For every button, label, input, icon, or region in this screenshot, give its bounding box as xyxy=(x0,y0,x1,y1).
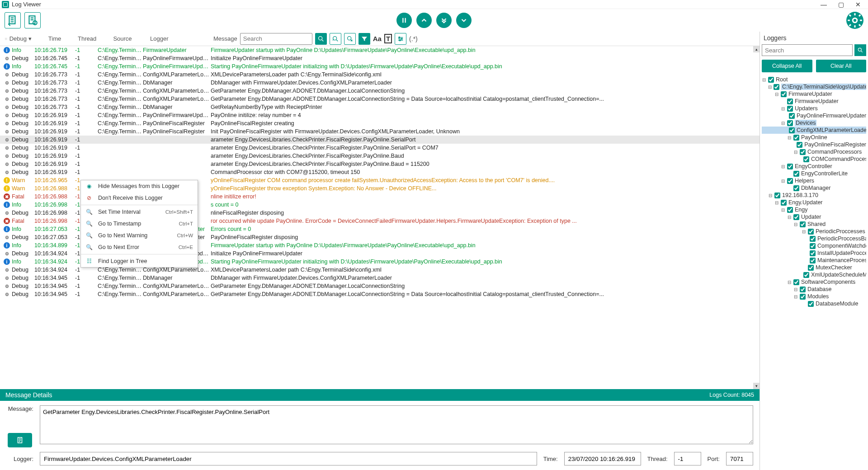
tree-checkbox[interactable] xyxy=(787,120,793,126)
log-grid[interactable]: ▴ ▾ iInfo10:16:26.719-1C:\Engy.TerminalS… xyxy=(0,46,760,389)
tree-checkbox[interactable] xyxy=(787,207,793,213)
tree-checkbox[interactable] xyxy=(793,135,799,141)
open-file-button[interactable] xyxy=(5,12,21,28)
tree-twisty[interactable]: ⊟ xyxy=(802,229,806,234)
tree-checkbox[interactable] xyxy=(768,77,774,83)
tree-twisty[interactable]: ⊟ xyxy=(768,85,772,89)
tree-checkbox[interactable] xyxy=(800,221,806,227)
tree-node[interactable]: DatabaseModule xyxy=(762,300,866,307)
col-source-header[interactable]: Source xyxy=(98,35,147,42)
filter-toggle-button[interactable] xyxy=(359,33,370,45)
settings-button[interactable] xyxy=(846,12,863,29)
tree-checkbox[interactable] xyxy=(800,294,806,300)
tree-checkbox[interactable] xyxy=(781,200,787,206)
log-row[interactable]: iInfo10:16:26.745-1C:\Engy.TerminalSiPay… xyxy=(0,62,760,70)
scroll-to-end-button[interactable] xyxy=(436,13,452,28)
col-time-header[interactable]: Time xyxy=(34,35,75,42)
tree-node[interactable]: ⊟Engy.Updater xyxy=(762,199,866,206)
tree-node[interactable]: ⊟FirmwareUpdater xyxy=(762,90,866,98)
log-row[interactable]: ⚙Debug10:16:26.919-1arameter Engy.Device… xyxy=(0,160,760,168)
tree-twisty[interactable]: ⊟ xyxy=(774,200,779,205)
search-next-button[interactable] xyxy=(315,33,327,45)
tree-node[interactable]: ⊟Engy xyxy=(762,206,866,213)
tree-node[interactable]: InstallUpdateProccess xyxy=(762,249,866,257)
log-row[interactable]: ⚙Debug10:16:26.773-1C:\Engy.TerminalSiDb… xyxy=(0,79,760,87)
tree-node[interactable]: ⊟Helpers xyxy=(762,177,866,184)
match-case-toggle[interactable]: Aa xyxy=(373,35,382,42)
clear-all-button[interactable]: Clear All xyxy=(816,60,867,72)
loggers-search-input[interactable] xyxy=(762,44,853,56)
tree-checkbox[interactable] xyxy=(803,272,809,278)
log-row[interactable]: ⚙Debug10:16:26.773-1C:\Engy.TerminalSiDb… xyxy=(0,103,760,111)
log-row[interactable]: ⚙Debug10:16:26.919-1arameter Engy.Device… xyxy=(0,144,760,152)
scroll-down-nub[interactable]: ▾ xyxy=(753,383,760,389)
scroll-up-button[interactable] xyxy=(416,13,432,28)
loggers-search-button[interactable] xyxy=(854,44,866,56)
level-filter-dropdown[interactable]: Debug ▾ xyxy=(5,35,32,42)
log-row[interactable]: ⚙Debug10:16:26.919-1arameter Engy.Device… xyxy=(0,152,760,160)
message-search-input[interactable] xyxy=(240,33,312,45)
tree-checkbox[interactable] xyxy=(803,156,809,162)
tree-checkbox[interactable] xyxy=(789,127,795,133)
tree-checkbox[interactable] xyxy=(793,185,799,191)
tree-node[interactable]: ComponentWatchdogPr xyxy=(762,242,866,249)
search-prev-button[interactable] xyxy=(330,33,341,45)
log-row[interactable]: ⚙Debug10:16:26.919-1C:\Engy.TerminalSiPa… xyxy=(0,111,760,119)
tree-checkbox[interactable] xyxy=(808,229,814,235)
port-field[interactable] xyxy=(726,452,753,465)
tree-checkbox[interactable] xyxy=(810,243,816,249)
scroll-up-nub[interactable]: ▴ xyxy=(753,46,760,52)
ctx-goto-error[interactable]: 🔍 Go to Next Error Ctrl+E xyxy=(81,241,198,253)
tree-node[interactable]: ⊟Shared xyxy=(762,221,866,228)
tree-node[interactable]: ⊟PayOnline xyxy=(762,134,866,141)
log-row[interactable]: ⚙Debug10:16:26.773-1C:\Engy.TerminalSiCo… xyxy=(0,87,760,95)
logger-field[interactable] xyxy=(40,452,537,465)
log-row[interactable]: ⚙Debug10:16:26.745-1C:\Engy.TerminalSiPa… xyxy=(0,54,760,62)
tree-node[interactable]: ConfigXMLParameterLoader xyxy=(762,127,866,134)
tree-checkbox[interactable] xyxy=(800,149,806,155)
log-row[interactable]: ⚙Debug10:16:26.919-1arameter Engy.Device… xyxy=(0,136,760,144)
copy-message-button[interactable] xyxy=(8,433,32,447)
log-row[interactable]: ⚙Debug10:16:26.773-1C:\Engy.TerminalSiCo… xyxy=(0,70,760,79)
tree-checkbox[interactable] xyxy=(800,287,806,292)
scroll-down-button[interactable] xyxy=(456,13,472,28)
tree-twisty[interactable]: ⊟ xyxy=(774,92,779,97)
thread-field[interactable] xyxy=(674,452,701,465)
ctx-goto-timestamp[interactable]: 🔍 Go to Timestamp Ctrl+T xyxy=(81,218,198,230)
minimize-button[interactable]: — xyxy=(819,0,828,9)
tree-node[interactable]: PayOnlineFiscalRegister xyxy=(762,141,866,148)
log-row[interactable]: ⚙Debug10:16:26.773-1C:\Engy.TerminalSiCo… xyxy=(0,95,760,103)
tree-checkbox[interactable] xyxy=(781,91,787,97)
tree-node[interactable]: FirmwareUpdater xyxy=(762,98,866,105)
tree-node[interactable]: XmlUpdateScheduleManag xyxy=(762,271,866,278)
col-thread-header[interactable]: Thread xyxy=(75,35,98,42)
tree-twisty[interactable]: ⊟ xyxy=(781,179,785,183)
maximize-button[interactable]: ▢ xyxy=(836,0,845,9)
log-row[interactable]: ⚙Debug10:16:34.945-1C:\Engy.TerminalSiCo… xyxy=(0,282,760,290)
tree-twisty[interactable]: ⊟ xyxy=(787,135,792,140)
tree-node[interactable]: ⊟192.168.3.170 xyxy=(762,192,866,199)
tree-checkbox[interactable] xyxy=(793,171,799,177)
tree-twisty[interactable]: ⊟ xyxy=(793,287,798,292)
tree-node[interactable]: ⊟Devices xyxy=(762,119,866,127)
tree-node[interactable]: ⊟Root xyxy=(762,76,866,83)
tree-twisty[interactable]: ⊟ xyxy=(793,150,798,155)
whole-word-toggle[interactable]: T xyxy=(384,34,392,43)
tree-twisty[interactable]: ⊟ xyxy=(793,294,798,299)
message-details-text[interactable] xyxy=(40,405,753,444)
tree-checkbox[interactable] xyxy=(808,301,814,307)
tree-checkbox[interactable] xyxy=(797,142,802,148)
tree-checkbox[interactable] xyxy=(808,265,814,271)
tree-checkbox[interactable] xyxy=(793,214,799,220)
tree-checkbox[interactable] xyxy=(787,178,793,184)
log-row[interactable]: ⚙Debug10:16:34.945-1C:\Engy.TerminalSiCo… xyxy=(0,290,760,298)
ctx-goto-warning[interactable]: 🔍 Go to Next Warning Ctrl+W xyxy=(81,230,198,241)
tree-node[interactable]: ⊟SoftwareComponents xyxy=(762,278,866,286)
tree-node[interactable]: ⊟EngyController xyxy=(762,163,866,170)
ctx-hide-messages[interactable]: ◉ Hide Messages from this Logger xyxy=(81,180,198,192)
tree-checkbox[interactable] xyxy=(787,99,793,104)
tree-checkbox[interactable] xyxy=(787,106,793,112)
tree-twisty[interactable]: ⊟ xyxy=(781,106,785,111)
tree-twisty[interactable]: ⊟ xyxy=(781,121,785,126)
tree-checkbox[interactable] xyxy=(789,113,795,119)
